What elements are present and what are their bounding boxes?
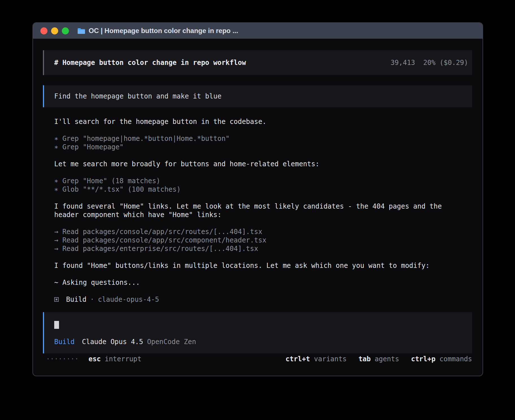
ctrl-p-key-hint: ctrl+p — [411, 355, 436, 363]
traffic-lights — [40, 27, 69, 34]
shortcut-commands: ctrl+p commands — [411, 355, 472, 363]
interrupt-label: interrupt — [105, 355, 141, 363]
tool-call-line: ∗ Grep "Home" (18 matches) — [54, 177, 469, 185]
ctrl-t-key-hint: ctrl+t — [285, 355, 310, 363]
model-name: Claude Opus 4.5 — [82, 338, 143, 346]
agent-status-row: Build · claude-opus-4-5 — [54, 295, 469, 304]
agent-model: claude-opus-4-5 — [98, 295, 159, 304]
status-right: ctrl+t variants tab agents ctrl+p comman… — [285, 355, 472, 363]
spinner-dots: ········ — [46, 355, 79, 363]
model-info-line: Build Claude Opus 4.5 OpenCode Zen — [54, 338, 472, 346]
terminal-content: # Homepage button color change in repo w… — [33, 39, 483, 363]
prompt-input[interactable]: Build Claude Opus 4.5 OpenCode Zen — [43, 312, 472, 353]
variants-label: variants — [314, 355, 347, 363]
assistant-paragraph: I found "Home" buttons/links in multiple… — [54, 261, 469, 270]
tool-call-line: → Read packages/enterprise/src/routes/[.… — [54, 244, 469, 253]
agent-icon — [54, 297, 59, 302]
agent-name: Build — [66, 295, 86, 304]
esc-key-hint: esc — [89, 355, 101, 363]
tool-call-line: → Read packages/console/app/src/componen… — [54, 236, 469, 244]
tool-call-group: ∗ Grep "homepage|home.*button|Home.*butt… — [54, 134, 469, 151]
folder-icon — [77, 28, 85, 34]
minimize-button[interactable] — [51, 27, 58, 34]
active-agent-label: Build — [54, 338, 75, 346]
terminal-window: OC | Homepage button color change in rep… — [32, 22, 483, 376]
agent-separator: · — [90, 295, 94, 304]
context-usage: 20% ($0.29) — [423, 58, 468, 67]
tool-call-line: → Read packages/console/app/src/routes/[… — [54, 228, 469, 236]
agents-label: agents — [375, 355, 399, 363]
commands-label: commands — [439, 355, 472, 363]
status-line: ~ Asking questions... — [54, 278, 469, 287]
assistant-paragraph: I found several "Home" links. Let me loo… — [54, 202, 469, 219]
tool-call-group: → Read packages/console/app/src/routes/[… — [54, 228, 469, 253]
model-provider: OpenCode Zen — [147, 338, 196, 346]
tool-call-group: ∗ Grep "Home" (18 matches) ∗ Glob "**/*.… — [54, 177, 469, 194]
session-title: # Homepage button color change in repo w… — [54, 58, 246, 67]
shortcut-agents: tab agents — [359, 355, 399, 363]
zoom-button[interactable] — [62, 27, 69, 34]
assistant-response: I'll search for the homepage button in t… — [43, 117, 472, 304]
status-left: ········ esc interrupt — [46, 355, 141, 363]
user-message: Find the homepage button and make it blu… — [43, 85, 472, 107]
tool-call-line: ∗ Grep "Homepage" — [54, 143, 469, 151]
window-title: OC | Homepage button color change in rep… — [89, 27, 238, 35]
session-stats: 39,413 20% ($0.29) — [390, 58, 468, 67]
tab-key-hint: tab — [359, 355, 371, 363]
close-button[interactable] — [40, 27, 47, 34]
shortcut-variants: ctrl+t variants — [285, 355, 346, 363]
token-count: 39,413 — [390, 58, 415, 67]
session-header: # Homepage button color change in repo w… — [43, 50, 472, 75]
tool-call-line: ∗ Glob "**/*.tsx" (100 matches) — [54, 185, 469, 194]
tool-call-line: ∗ Grep "homepage|home.*button|Home.*butt… — [54, 134, 469, 143]
user-message-text: Find the homepage button and make it blu… — [54, 92, 221, 100]
assistant-paragraph: Let me search more broadly for buttons a… — [54, 160, 469, 168]
window-titlebar[interactable]: OC | Homepage button color change in rep… — [33, 23, 483, 39]
status-bar: ········ esc interrupt ctrl+t variants t… — [43, 355, 472, 363]
assistant-paragraph: I'll search for the homepage button in t… — [54, 117, 469, 126]
prompt-cursor-line — [54, 321, 472, 329]
text-cursor — [54, 321, 59, 329]
